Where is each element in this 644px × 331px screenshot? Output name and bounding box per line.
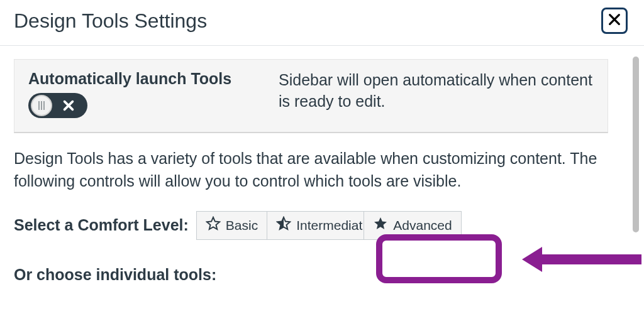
design-tools-settings-dialog: Design Tools Settings Automatically laun… xyxy=(0,0,644,331)
individual-tools-label: Or choose individual tools: xyxy=(14,266,630,284)
comfort-advanced-button[interactable]: Advanced xyxy=(364,211,461,240)
vertical-scrollbar[interactable] xyxy=(633,57,639,232)
auto-launch-toggle[interactable] xyxy=(28,93,87,118)
tools-description: Design Tools has a variety of tools that… xyxy=(14,147,608,193)
auto-launch-description: Sidebar will open automatically when con… xyxy=(279,70,594,112)
star-outline-icon xyxy=(206,216,221,234)
auto-launch-left: Automatically launch Tools xyxy=(28,70,253,118)
comfort-intermediate-button[interactable]: Intermediat xyxy=(267,211,364,240)
comfort-level-row: Select a Comfort Level: Basic Intermedia… xyxy=(14,207,630,244)
auto-launch-title: Automatically launch Tools xyxy=(28,70,253,88)
star-filled-icon xyxy=(373,216,388,234)
svg-marker-4 xyxy=(374,217,387,229)
star-half-icon xyxy=(276,216,291,234)
dialog-body: Automatically launch Tools Sidebar will … xyxy=(0,50,644,331)
toggle-off-icon xyxy=(52,99,85,112)
dialog-header: Design Tools Settings xyxy=(0,0,644,46)
comfort-basic-button[interactable]: Basic xyxy=(196,211,267,240)
auto-launch-panel: Automatically launch Tools Sidebar will … xyxy=(14,59,608,133)
svg-marker-0 xyxy=(207,217,219,229)
toggle-knob-icon xyxy=(31,95,52,116)
comfort-advanced-label: Advanced xyxy=(393,218,452,233)
dialog-title: Design Tools Settings xyxy=(14,9,207,33)
comfort-intermediate-label: Intermediat xyxy=(296,218,362,233)
close-button[interactable] xyxy=(601,8,628,34)
comfort-level-label: Select a Comfort Level: xyxy=(14,216,189,234)
close-icon xyxy=(608,13,621,29)
comfort-basic-label: Basic xyxy=(226,218,258,233)
